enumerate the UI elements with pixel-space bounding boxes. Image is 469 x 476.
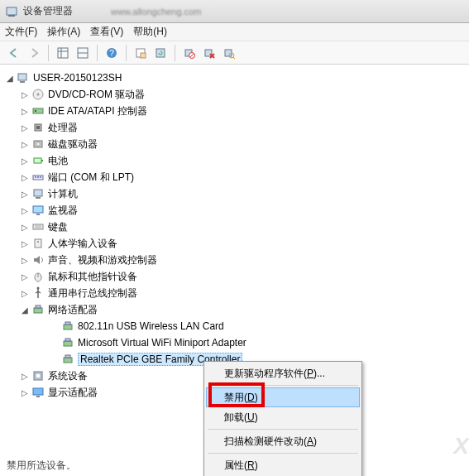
tree-category[interactable]: ▷DVD/CD-ROM 驱动器 <box>3 86 466 103</box>
svg-rect-0 <box>7 7 17 15</box>
svg-rect-35 <box>34 190 42 196</box>
back-button[interactable] <box>5 44 23 62</box>
menu-help[interactable]: 帮助(H) <box>133 25 167 39</box>
tree-category-label: 处理器 <box>48 121 78 135</box>
tree-category-label: 监视器 <box>48 204 78 218</box>
svg-text:?: ? <box>109 49 114 58</box>
collapse-icon[interactable]: ◢ <box>18 303 31 316</box>
expand-icon[interactable]: ▷ <box>18 386 31 399</box>
svg-point-28 <box>36 142 41 147</box>
menu-action[interactable]: 操作(A) <box>47 25 80 39</box>
expand-icon[interactable]: ▷ <box>18 104 31 118</box>
net-icon <box>61 320 74 333</box>
ctx-scan[interactable]: 扫描检测硬件改动(A) <box>206 431 360 451</box>
tree-category-label: 显示适配器 <box>48 386 98 400</box>
tree-category[interactable]: ▷磁盘驱动器 <box>3 136 466 152</box>
tree-category[interactable]: ▷处理器 <box>3 119 466 136</box>
tree-category-label: 电池 <box>48 154 68 168</box>
ctx-uninstall[interactable]: 卸载(U) <box>206 407 360 427</box>
ctx-sep <box>208 429 358 430</box>
expand-icon[interactable]: ▷ <box>18 121 31 134</box>
ctx-disable[interactable]: 禁用(D) <box>206 387 360 407</box>
uninstall-button[interactable] <box>200 44 218 62</box>
disc-icon <box>31 88 45 101</box>
window-title: 设备管理器 <box>23 4 73 18</box>
toolbar-sep <box>97 45 98 61</box>
tree-category[interactable]: ▷声音、视频和游戏控制器 <box>3 252 466 268</box>
expand-icon[interactable]: ▷ <box>18 253 31 267</box>
expand-icon[interactable]: ▷ <box>18 88 31 101</box>
url-blur: www.allongcheng.com <box>111 7 201 17</box>
expand-icon[interactable]: ▷ <box>18 220 31 233</box>
menu-view[interactable]: 查看(V) <box>90 25 123 39</box>
net-icon <box>61 336 74 349</box>
expand-icon[interactable]: ▷ <box>18 204 31 217</box>
battery-icon <box>31 154 45 167</box>
forward-button[interactable] <box>25 44 43 62</box>
svg-point-43 <box>37 241 39 243</box>
help-button[interactable]: ? <box>103 44 121 62</box>
svg-point-33 <box>37 176 39 178</box>
expand-icon[interactable]: ▷ <box>18 286 31 300</box>
ctx-properties[interactable]: 属性(R) <box>206 455 360 475</box>
svg-rect-42 <box>35 239 41 248</box>
view1-button[interactable] <box>54 44 72 62</box>
tree-category[interactable]: ▷鼠标和其他指针设备 <box>3 268 466 285</box>
tree-category[interactable]: ▷人体学输入设备 <box>3 235 466 252</box>
menubar: 文件(F) 操作(A) 查看(V) 帮助(H) <box>0 23 469 41</box>
svg-rect-51 <box>64 341 72 346</box>
svg-rect-52 <box>65 339 70 341</box>
tree-category[interactable]: ▷IDE ATA/ATAPI 控制器 <box>3 103 466 119</box>
tree-category-label: 磁盘驱动器 <box>48 137 98 151</box>
tree-device[interactable]: Microsoft Virtual WiFi Miniport Adapter <box>3 334 466 351</box>
collapse-icon[interactable]: ◢ <box>3 71 17 84</box>
expand-icon[interactable]: ▷ <box>18 137 31 151</box>
expand-icon[interactable]: ▷ <box>18 369 31 382</box>
svg-rect-2 <box>58 48 68 58</box>
svg-rect-20 <box>20 81 25 83</box>
expand-icon[interactable]: ▷ <box>18 237 31 250</box>
disable-button[interactable] <box>180 44 199 62</box>
mouse-icon <box>31 270 45 283</box>
port-icon <box>31 171 45 184</box>
tree-device-label: 802.11n USB Wireless LAN Card <box>78 320 224 332</box>
tree-category[interactable]: ▷电池 <box>3 152 466 169</box>
keyboard-icon <box>31 220 45 233</box>
titlebar: 设备管理器 www.allongcheng.com <box>0 0 469 23</box>
expand-icon[interactable]: ▷ <box>18 154 31 167</box>
tree-category[interactable]: ▷监视器 <box>3 202 466 219</box>
svg-point-34 <box>40 176 41 178</box>
expand-icon[interactable]: ▷ <box>18 270 31 283</box>
tree-category[interactable]: ▷端口 (COM 和 LPT) <box>3 169 466 185</box>
svg-point-32 <box>35 176 36 178</box>
view2-button[interactable] <box>74 44 92 62</box>
display-icon <box>31 386 45 399</box>
expand-icon[interactable]: ▷ <box>18 171 31 184</box>
tree-category[interactable]: ◢网络适配器 <box>3 301 466 318</box>
tree-category[interactable]: ▷计算机 <box>3 185 466 202</box>
svg-rect-36 <box>36 197 41 199</box>
scan-button[interactable] <box>220 44 238 62</box>
refresh-button[interactable] <box>151 44 170 62</box>
disk-icon <box>31 137 45 151</box>
ctx-sep <box>208 385 358 386</box>
svg-rect-38 <box>36 214 40 215</box>
statusbar: 禁用所选设备。 <box>7 459 76 473</box>
menu-file[interactable]: 文件(F) <box>5 25 37 39</box>
toolbar-sep <box>126 45 127 61</box>
props-button[interactable] <box>132 44 150 62</box>
tree-category[interactable]: ▷通用串行总线控制器 <box>3 285 466 301</box>
tree-category[interactable]: ▷键盘 <box>3 219 466 235</box>
tree-category-label: 计算机 <box>48 187 78 201</box>
svg-rect-57 <box>33 388 43 395</box>
tree-root[interactable]: ◢USER-20150123SH <box>3 70 466 86</box>
tree-category-label: 键盘 <box>48 220 68 234</box>
tree-device[interactable]: 802.11n USB Wireless LAN Card <box>3 318 466 334</box>
svg-rect-24 <box>35 110 36 112</box>
system-icon <box>31 369 45 382</box>
monitor-icon <box>31 204 45 217</box>
expand-icon[interactable]: ▷ <box>18 187 31 200</box>
net-icon <box>31 303 45 316</box>
context-menu: 更新驱动程序软件(P)... 禁用(D) 卸载(U) 扫描检测硬件改动(A) 属… <box>203 361 362 476</box>
ctx-update-driver[interactable]: 更新驱动程序软件(P)... <box>206 363 360 383</box>
